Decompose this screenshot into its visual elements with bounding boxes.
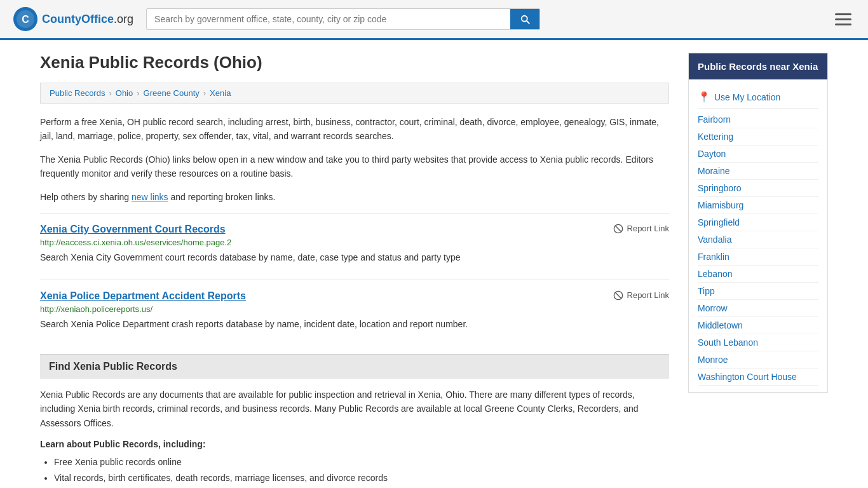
svg-line-3 (615, 226, 621, 231)
record-title-1[interactable]: Xenia Police Department Accident Reports (40, 290, 246, 302)
description-2: The Xenia Public Records (Ohio) links be… (40, 152, 669, 181)
new-links-link[interactable]: new links (132, 192, 168, 202)
records-container: Xenia City Government Court Records Repo… (40, 213, 669, 341)
record-header: Xenia City Government Court Records Repo… (40, 224, 669, 235)
record-desc-0: Search Xenia City Government court recor… (40, 251, 669, 264)
report-icon-0 (613, 224, 623, 234)
svg-text:C: C (22, 14, 29, 25)
record-url-1[interactable]: http://xeniaoh.policereports.us/ (40, 304, 669, 314)
sidebar-title: Public Records near Xenia (689, 53, 827, 79)
nearby-link-14[interactable]: Monroe (698, 351, 818, 369)
description-3: Help others by sharing new links and rep… (40, 190, 669, 204)
page-title: Xenia Public Records (Ohio) (40, 53, 669, 72)
search-input[interactable] (147, 9, 510, 29)
nearby-link-6[interactable]: Springfield (698, 214, 818, 231)
nearby-link-11[interactable]: Morrow (698, 300, 818, 317)
breadcrumb-sep-2: › (137, 88, 139, 98)
nearby-link-4[interactable]: Springboro (698, 180, 818, 197)
record-entry: Xenia Police Department Accident Reports… (40, 280, 669, 341)
menu-line-2 (835, 18, 851, 20)
nearby-link-12[interactable]: Middletown (698, 317, 818, 334)
record-title-0[interactable]: Xenia City Government Court Records (40, 224, 226, 235)
nearby-link-15[interactable]: Washington Court House (698, 369, 818, 386)
report-link-button-1[interactable]: Report Link (613, 290, 669, 301)
menu-button[interactable] (831, 10, 855, 29)
search-bar (146, 8, 540, 30)
learn-item-0: Free Xenia public records online (54, 454, 669, 470)
find-description: Xenia Public Records are any documents t… (40, 388, 669, 430)
nearby-link-7[interactable]: Vandalia (698, 231, 818, 248)
sidebar: Public Records near Xenia 📍 Use My Locat… (688, 53, 828, 487)
record-header: Xenia Police Department Accident Reports… (40, 290, 669, 302)
nearby-link-8[interactable]: Franklin (698, 248, 818, 266)
breadcrumb-sep-1: › (109, 88, 111, 98)
sidebar-content: 📍 Use My Location FairbornKetteringDayto… (689, 79, 827, 392)
desc3-prefix: Help others by sharing (40, 192, 132, 202)
logo-text: CountyOffice.org (42, 13, 133, 26)
location-pin-icon: 📍 (698, 91, 710, 103)
search-button[interactable] (510, 9, 539, 29)
learn-header: Learn about Public Records, including: (40, 439, 669, 449)
learn-list: Free Xenia public records onlineVital re… (40, 454, 669, 486)
record-desc-1: Search Xenia Police Department crash rep… (40, 318, 669, 331)
report-icon-1 (613, 290, 623, 301)
nearby-link-9[interactable]: Lebanon (698, 266, 818, 283)
menu-line-3 (835, 24, 851, 25)
find-section-header: Find Xenia Public Records (40, 354, 669, 379)
description-1: Perform a free Xenia, OH public record s… (40, 115, 669, 144)
menu-line-1 (835, 13, 851, 15)
nearby-link-10[interactable]: Tipp (698, 283, 818, 300)
logo[interactable]: C CountyOffice.org (13, 6, 133, 32)
record-url-0[interactable]: http://eaccess.ci.xenia.oh.us/eservices/… (40, 238, 669, 247)
breadcrumb-xenia[interactable]: Xenia (210, 88, 231, 98)
record-entry: Xenia City Government Court Records Repo… (40, 213, 669, 274)
breadcrumb-sep-3: › (203, 88, 206, 98)
nearby-link-3[interactable]: Moraine (698, 163, 818, 180)
sidebar-panel: Public Records near Xenia 📍 Use My Locat… (688, 53, 828, 393)
breadcrumb: Public Records › Ohio › Greene County › … (40, 83, 669, 104)
use-my-location-link[interactable]: Use My Location (714, 92, 780, 102)
nearby-link-2[interactable]: Dayton (698, 146, 818, 163)
breadcrumb-public-records[interactable]: Public Records (50, 88, 105, 98)
report-link-button-0[interactable]: Report Link (613, 224, 669, 234)
nearby-link-5[interactable]: Miamisburg (698, 197, 818, 214)
learn-item-1: Vital records, birth certificates, death… (54, 470, 669, 486)
nearby-link-1[interactable]: Kettering (698, 128, 818, 146)
svg-line-4 (615, 292, 621, 298)
use-location-row: 📍 Use My Location (698, 86, 818, 109)
nearby-link-0[interactable]: Fairborn (698, 111, 818, 128)
nearby-link-13[interactable]: South Lebanon (698, 334, 818, 351)
logo-icon: C (13, 6, 38, 32)
search-icon (519, 13, 531, 25)
breadcrumb-ohio[interactable]: Ohio (116, 88, 133, 98)
breadcrumb-greene-county[interactable]: Greene County (144, 88, 200, 98)
desc3-suffix: and reporting broken links. (168, 192, 276, 202)
nearby-links: FairbornKetteringDaytonMoraineSpringboro… (698, 111, 818, 386)
